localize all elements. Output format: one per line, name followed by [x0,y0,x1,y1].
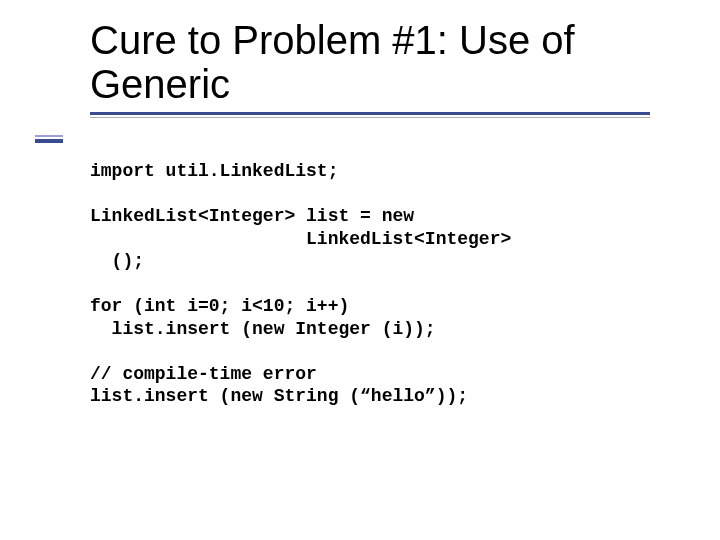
code-line-2c: list = new [295,206,414,226]
code-line-4a: (); [90,251,144,271]
slide-title: Cure to Problem #1: Use of Generic [90,18,650,106]
code-line-7: // compile-time error [90,364,317,384]
code-line-2a: LinkedList [90,206,198,226]
code-block: import util.LinkedList; LinkedList<Integ… [90,160,670,408]
title-rule-thin [90,117,650,118]
code-line-8: list.insert (new String (“hello”)); [90,386,468,406]
slide: Cure to Problem #1: Use of Generic impor… [0,0,720,540]
code-line-5: for (int i=0; i<10; i++) [90,296,349,316]
title-block: Cure to Problem #1: Use of Generic [90,18,650,118]
title-rule-thick [90,112,650,115]
accent-marker [35,135,63,143]
code-line-1: import util.LinkedList; [90,161,338,181]
code-line-3a: LinkedList [90,229,414,249]
code-line-2b: <Integer> [198,206,295,226]
code-line-6: list.insert (new Integer (i)); [90,319,436,339]
code-line-3b: <Integer> [414,229,511,249]
